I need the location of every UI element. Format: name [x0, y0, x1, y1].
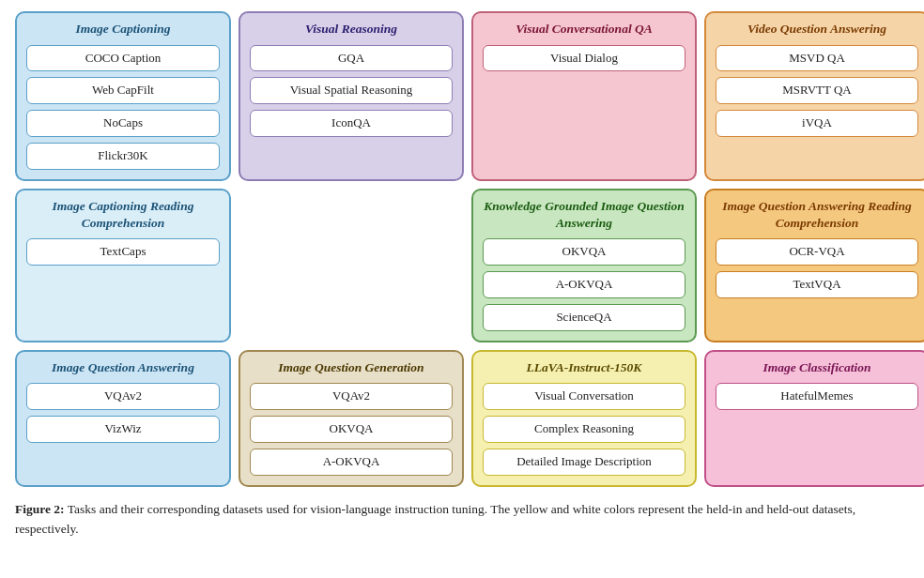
list-item: Flickr30K [26, 143, 220, 170]
visual-conversational-qa-box: Visual Conversational QA Visual Dialog [471, 11, 697, 181]
visual-reasoning-title: Visual Reasoning [250, 21, 453, 38]
list-item: NoCaps [26, 110, 220, 137]
list-item: VizWiz [26, 416, 220, 443]
diagram: Image Captioning COCO Caption Web CapFil… [15, 11, 916, 487]
image-question-answering-title: Image Question Answering [26, 359, 220, 376]
image-classification-title: Image Classification [716, 359, 918, 376]
visual-conversational-qa-title: Visual Conversational QA [483, 21, 685, 38]
image-question-generation-box: Image Question Generation VQAv2 OKVQA A-… [239, 350, 464, 487]
image-captioning-box: Image Captioning COCO Caption Web CapFil… [15, 11, 231, 181]
figure-label: Figure 2: [15, 502, 65, 516]
figure-caption: Figure 2: Tasks and their corresponding … [15, 500, 909, 540]
knowledge-grounded-box: Knowledge Grounded Image Question Answer… [471, 189, 697, 342]
list-item: VQAv2 [26, 383, 220, 410]
image-question-generation-title: Image Question Generation [250, 359, 453, 376]
list-item: Complex Reasoning [483, 416, 685, 443]
list-item: A-OKVQA [250, 449, 453, 476]
llava-instruct-box: LLaVA-Instruct-150K Visual Conversation … [471, 350, 697, 487]
list-item: IconQA [250, 110, 453, 137]
list-item: TextCaps [26, 238, 220, 266]
list-item: OKVQA [250, 416, 453, 443]
list-item: Detailed Image Description [483, 449, 685, 476]
list-item: ScienceQA [483, 304, 685, 331]
video-question-answering-box: Video Question Answering MSVD QA MSRVTT … [704, 11, 924, 181]
list-item: COCO Caption [26, 45, 220, 72]
list-item: OCR-VQA [716, 238, 918, 266]
list-item: Visual Dialog [483, 45, 685, 72]
list-item: TextVQA [716, 271, 918, 298]
list-item: Visual Spatial Reasoning [250, 77, 453, 104]
image-qa-reading-title: Image Question Answering Reading Compreh… [716, 198, 918, 231]
list-item: Visual Conversation [483, 383, 685, 410]
list-item: MSRVTT QA [716, 77, 918, 104]
image-classification-box: Image Classification HatefulMemes [704, 350, 924, 487]
caption-text: Tasks and their corresponding datasets u… [15, 502, 855, 536]
list-item: iVQA [716, 110, 918, 137]
image-captioning-reading-box: Image Captioning Reading Comprehension T… [15, 189, 231, 342]
image-captioning-title: Image Captioning [26, 21, 220, 38]
list-item: VQAv2 [250, 383, 453, 410]
image-qa-reading-box: Image Question Answering Reading Compreh… [704, 189, 924, 342]
list-item: MSVD QA [716, 45, 918, 72]
list-item: GQA [250, 45, 453, 72]
video-question-answering-title: Video Question Answering [716, 21, 918, 38]
visual-reasoning-box: Visual Reasoning GQA Visual Spatial Reas… [239, 11, 464, 181]
image-captioning-reading-title: Image Captioning Reading Comprehension [26, 198, 220, 231]
list-item: Web CapFilt [26, 77, 220, 104]
knowledge-grounded-title: Knowledge Grounded Image Question Answer… [483, 198, 685, 231]
llava-instruct-title: LLaVA-Instruct-150K [483, 359, 685, 376]
list-item: HatefulMemes [716, 383, 918, 410]
image-question-answering-box: Image Question Answering VQAv2 VizWiz [15, 350, 231, 487]
list-item: OKVQA [483, 238, 685, 266]
list-item: A-OKVQA [483, 271, 685, 298]
